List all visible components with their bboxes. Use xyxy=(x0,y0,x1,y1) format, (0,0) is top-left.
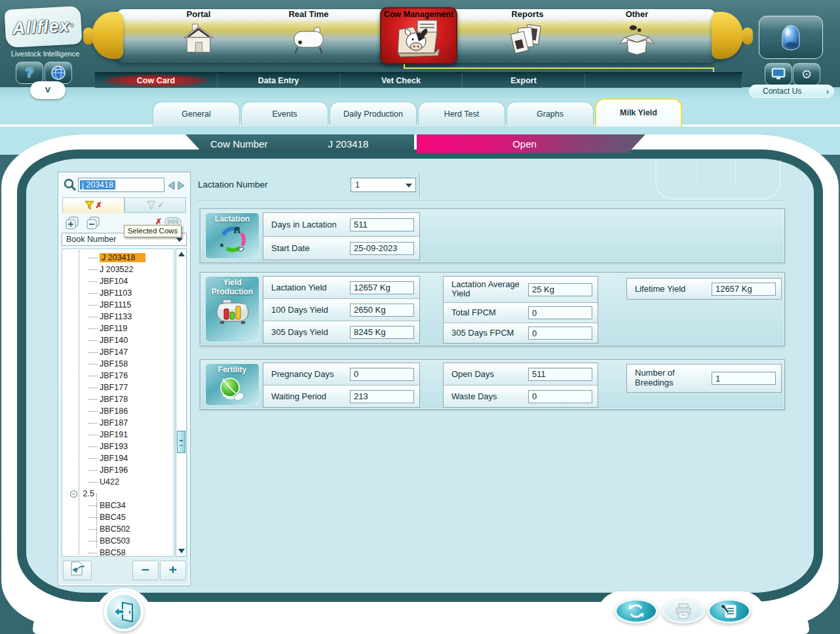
tree-item[interactable]: JBF1133 xyxy=(62,311,174,323)
100-days-yield-input[interactable] xyxy=(350,304,414,317)
exit-button[interactable] xyxy=(104,592,143,631)
nav-item-reports[interactable]: Reports xyxy=(487,9,568,60)
filter-apply-tab[interactable]: ✓ xyxy=(124,197,187,213)
collapse-node-icon[interactable]: − xyxy=(70,490,77,498)
days-in-lactation-input[interactable] xyxy=(350,218,414,231)
tree-item[interactable]: JBF176 xyxy=(62,370,174,382)
waste-days-input[interactable] xyxy=(528,390,592,403)
tree-item[interactable]: JBF119 xyxy=(62,323,174,334)
lactation-yield-input[interactable] xyxy=(350,281,414,294)
tree-item[interactable]: JBF187 xyxy=(62,417,174,429)
tree-item[interactable]: J 203522 xyxy=(62,264,174,275)
subnav-cow-card[interactable]: Cow Card xyxy=(95,73,218,88)
help-button[interactable]: ? xyxy=(16,62,43,84)
lifetime-yield-input[interactable] xyxy=(712,283,776,296)
reports-icon xyxy=(509,22,546,57)
tree-item[interactable]: JBF186 xyxy=(62,405,174,417)
collapse-header-chevron[interactable]: v xyxy=(30,81,66,99)
milk-tank-icon xyxy=(290,22,327,57)
remove-cow-button[interactable]: − xyxy=(132,561,159,580)
lactation-number-value: 1 xyxy=(355,180,360,189)
305-days-yield-input[interactable] xyxy=(350,326,414,339)
number-of-breedings-input[interactable] xyxy=(712,372,776,385)
tab-daily-production[interactable]: Daily Production xyxy=(330,102,417,127)
open-days-input[interactable] xyxy=(528,368,592,381)
tree-item[interactable]: BBC45 xyxy=(62,511,174,523)
export-page-icon xyxy=(69,561,86,576)
start-date-input[interactable] xyxy=(350,242,414,255)
fertility-fields-col2: Open Days Waste Days xyxy=(443,363,598,408)
refresh-icon xyxy=(627,603,645,620)
nav-item-portal[interactable]: Portal xyxy=(158,9,239,60)
tab-milk-yield[interactable]: Milk Yield xyxy=(595,98,682,127)
nav-item-cow-management[interactable]: Cow Management xyxy=(380,7,457,64)
tree-item[interactable]: JBF1103 xyxy=(62,287,174,299)
export-list-button[interactable] xyxy=(63,561,92,580)
add-cow-button[interactable]: + xyxy=(160,561,186,580)
tree-item[interactable]: JBF147 xyxy=(62,346,174,358)
tab-herd-test[interactable]: Herd Test xyxy=(418,102,505,127)
field-row: 305 Days FPCM xyxy=(444,323,598,343)
scr-device-button[interactable] xyxy=(759,16,823,59)
tree-item[interactable]: JBF158 xyxy=(62,358,174,370)
notes-button[interactable] xyxy=(708,599,751,624)
tree-item[interactable]: JBF104 xyxy=(62,275,174,287)
search-value: j 203418 xyxy=(80,180,115,189)
lactation-panel: Lactation Days in Lactation Start Date xyxy=(200,208,785,263)
tree-item[interactable]: JBF193 xyxy=(62,441,174,452)
total-fpcm-input[interactable] xyxy=(528,306,592,319)
search-input[interactable]: j 203418 xyxy=(78,178,164,192)
tree-item[interactable]: JBF1115 xyxy=(62,299,174,311)
scroll-up-arrow[interactable] xyxy=(178,252,185,256)
expand-all-button[interactable] xyxy=(65,216,81,230)
contact-us-button[interactable]: Contact Us › xyxy=(749,85,834,98)
tree-item[interactable]: JBF177 xyxy=(62,382,174,393)
brand-tagline: Livestock Intelligence xyxy=(5,50,85,58)
web-button[interactable] xyxy=(45,62,72,84)
yield-fields-col1: Lactation Yield 100 Days Yield 305 Days … xyxy=(263,276,420,344)
cow-status-bar: Open xyxy=(417,134,645,153)
nav-item-other[interactable]: Other xyxy=(596,9,678,60)
prev-next-arrows[interactable] xyxy=(167,180,185,191)
field-row: Waiting Period xyxy=(263,386,419,407)
tab-graphs[interactable]: Graphs xyxy=(506,102,594,127)
collapse-all-button[interactable] xyxy=(86,216,102,230)
tree-subgroup[interactable]: − 2.5 xyxy=(62,488,174,500)
settings-button[interactable]: ⚙ xyxy=(793,63,820,85)
tree-item[interactable]: JBF196 xyxy=(62,464,174,476)
nav-item-real-time[interactable]: Real Time xyxy=(268,9,349,60)
scroll-down-arrow[interactable] xyxy=(178,549,185,553)
305-days-fpcm-input[interactable] xyxy=(528,327,592,340)
subnav-data-entry[interactable]: Data Entry xyxy=(218,73,340,88)
tree-item[interactable]: BBC34 xyxy=(62,500,174,511)
waiting-period-input[interactable] xyxy=(350,390,414,403)
tree-item[interactable]: JBF194 xyxy=(62,452,174,464)
decorative-curves xyxy=(655,160,781,199)
tree-item[interactable]: JBF178 xyxy=(62,393,174,405)
display-button[interactable] xyxy=(765,63,792,85)
tab-events[interactable]: Events xyxy=(241,102,328,127)
tree-item-selected[interactable]: J 203418 xyxy=(62,252,174,264)
refresh-button[interactable] xyxy=(615,599,658,624)
subnav-export[interactable]: Export xyxy=(463,73,585,88)
divider xyxy=(197,201,784,201)
filter-clear-tab[interactable]: ✗ xyxy=(62,197,124,213)
tree-item[interactable]: BBC58 xyxy=(62,547,174,557)
tree-item[interactable]: U422 xyxy=(62,476,174,488)
yield-panel-title: Yield Production xyxy=(206,277,259,297)
subnav-empty xyxy=(585,73,742,88)
tree-item[interactable]: BBC502 xyxy=(62,523,174,535)
subnav-vet-check[interactable]: Vet Check xyxy=(340,73,463,88)
scroll-thumb[interactable] xyxy=(177,431,185,453)
lactation-average-yield-input[interactable] xyxy=(528,283,592,296)
lactation-number-select[interactable]: 1 xyxy=(351,178,416,192)
tree-item[interactable]: JBF191 xyxy=(62,429,174,441)
yield-icon-box: Yield Production xyxy=(205,276,259,342)
print-button[interactable] xyxy=(662,599,705,624)
selected-cows-tooltip: Selected Cows xyxy=(124,225,181,237)
tree-item[interactable]: BBC503 xyxy=(62,535,174,547)
tab-general[interactable]: General xyxy=(153,102,240,127)
pregnancy-days-input[interactable] xyxy=(350,368,414,381)
tree-item[interactable]: JBF140 xyxy=(62,334,174,346)
tree-scrollbar[interactable] xyxy=(176,248,187,557)
